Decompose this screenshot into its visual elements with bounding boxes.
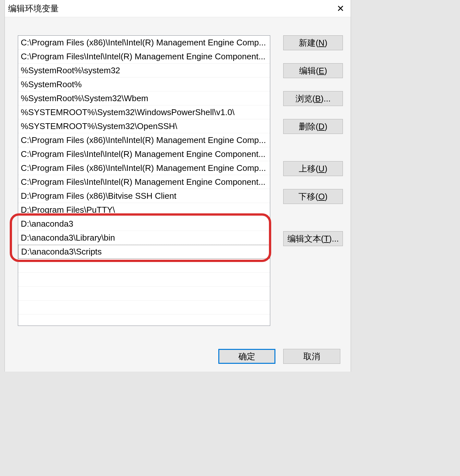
list-item[interactable]: D:\anaconda3\Library\bin — [18, 231, 270, 245]
new-button[interactable]: 新建(N) — [283, 35, 343, 50]
list-item[interactable]: D:\anaconda3 — [18, 217, 270, 231]
list-item[interactable]: %SYSTEMROOT%\System32\WindowsPowerShell\… — [18, 105, 270, 119]
list-item[interactable] — [18, 259, 270, 273]
cancel-button[interactable]: 取消 — [283, 349, 340, 364]
dialog-title: 编辑环境变量 — [8, 3, 59, 14]
list-item[interactable]: C:\Program Files (x86)\Intel\Intel(R) Ma… — [18, 36, 270, 50]
list-item[interactable]: C:\Program Files (x86)\Intel\Intel(R) Ma… — [18, 161, 270, 175]
list-item[interactable]: D:\Program Files\PuTTY\ — [18, 203, 270, 217]
list-item[interactable] — [18, 287, 270, 301]
move-down-button[interactable]: 下移(O) — [283, 189, 343, 204]
edit-button[interactable]: 编辑(E) — [283, 63, 343, 78]
browse-button[interactable]: 浏览(B)... — [283, 91, 343, 106]
list-item[interactable]: D:\Program Files (x86)\Bitvise SSH Clien… — [18, 189, 270, 203]
ok-button[interactable]: 确定 — [218, 349, 275, 364]
list-item[interactable]: C:\Program Files\Intel\Intel(R) Manageme… — [18, 175, 270, 189]
dialog-body: C:\Program Files (x86)\Intel\Intel(R) Ma… — [5, 17, 351, 372]
side-button-column: 新建(N) 编辑(E) 浏览(B)... 删除(D) 上移(U) 下移(O) 编… — [283, 35, 343, 246]
list-item[interactable]: %SystemRoot%\System32\Wbem — [18, 91, 270, 105]
footer-buttons: 确定 取消 — [218, 349, 340, 364]
delete-button[interactable]: 删除(D) — [283, 119, 343, 134]
edit-text-button[interactable]: 编辑文本(T)... — [283, 231, 343, 246]
move-up-button[interactable]: 上移(U) — [283, 161, 343, 176]
list-item[interactable]: C:\Program Files\Intel\Intel(R) Manageme… — [18, 147, 270, 161]
titlebar[interactable]: 编辑环境变量 ✕ — [5, 0, 351, 17]
list-item[interactable] — [18, 301, 270, 315]
list-item[interactable]: %SystemRoot%\system32 — [18, 64, 270, 77]
list-item[interactable]: C:\Program Files\Intel\Intel(R) Manageme… — [18, 50, 270, 64]
list-item[interactable]: %SystemRoot% — [18, 77, 270, 91]
env-var-dialog: 编辑环境变量 ✕ C:\Program Files (x86)\Intel\In… — [5, 0, 351, 372]
list-item[interactable] — [18, 273, 270, 287]
list-item[interactable]: D:\anaconda3\Scripts — [18, 245, 270, 259]
list-item[interactable]: %SYSTEMROOT%\System32\OpenSSH\ — [18, 119, 270, 133]
close-icon[interactable]: ✕ — [330, 0, 351, 17]
path-listbox[interactable]: C:\Program Files (x86)\Intel\Intel(R) Ma… — [18, 35, 270, 326]
list-item[interactable]: C:\Program Files (x86)\Intel\Intel(R) Ma… — [18, 133, 270, 147]
